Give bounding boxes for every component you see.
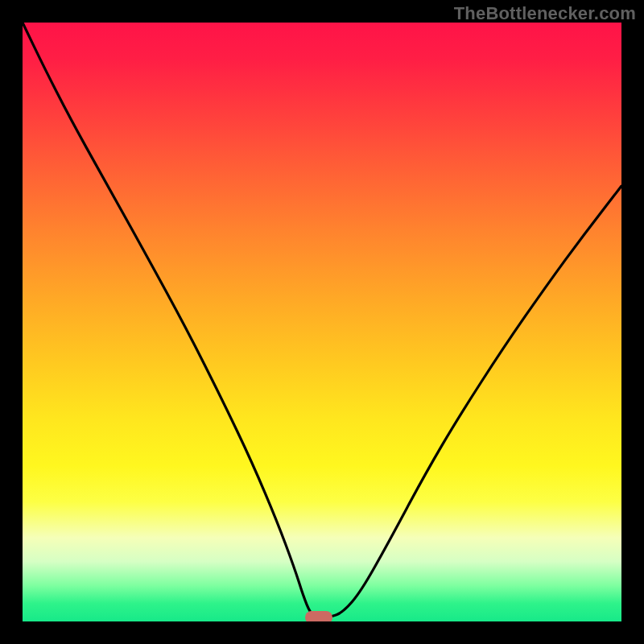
chart-frame: TheBottlenecker.com [0,0,644,644]
plot-area [23,23,621,621]
optimal-marker [305,611,332,621]
curve-path [23,23,621,617]
attribution-text: TheBottlenecker.com [454,3,636,24]
bottleneck-curve [23,23,621,621]
